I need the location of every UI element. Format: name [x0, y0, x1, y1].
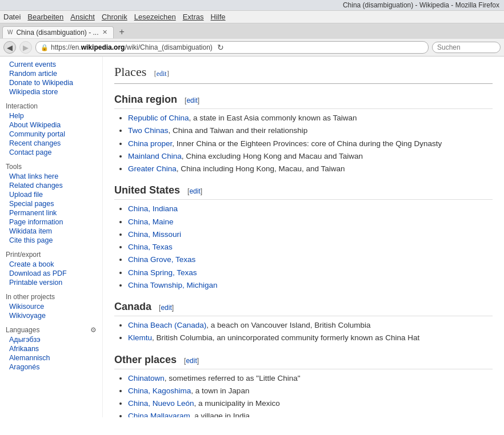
china-grove-texas-link[interactable]: China Grove, Texas — [128, 255, 195, 264]
sidebar-wikidata[interactable]: Wikidata item — [0, 227, 102, 236]
section-us-title: United States [edit] — [114, 183, 493, 200]
sidebar-current-events[interactable]: Current events — [0, 60, 102, 69]
sidebar-permanent[interactable]: Permanent link — [0, 208, 102, 218]
list-item: China, Texas — [128, 241, 493, 253]
sidebar-contact[interactable]: Contact page — [0, 148, 102, 157]
gear-icon[interactable]: ⚙ — [90, 326, 97, 334]
list-item: Two Chinas, China and Taiwan and their r… — [128, 125, 493, 136]
section2-edit-link[interactable]: edit — [189, 187, 200, 195]
sidebar-download-pdf[interactable]: Download as PDF — [0, 269, 102, 278]
content-area: Places [edit] China region [edit] Republ… — [103, 57, 504, 417]
section1-edit: [edit] — [185, 96, 199, 104]
url-text: https://en.wikipedia.org/wiki/China_(dis… — [51, 43, 213, 51]
china-kagoshima-link[interactable]: China, Kagoshima — [128, 386, 191, 395]
china-texas-link[interactable]: China, Texas — [128, 243, 173, 251]
list-item: China, Missouri — [128, 229, 493, 240]
url-bar[interactable]: 🔒 https://en.wikipedia.org/wiki/China_(d… — [35, 41, 429, 54]
languages-label: Languages — [6, 326, 39, 334]
section3-edit: [edit] — [159, 304, 174, 312]
republic-of-china-link[interactable]: Republic of China — [128, 114, 189, 122]
sidebar-lang-adyghe[interactable]: Адыгэбзэ — [0, 335, 102, 344]
list-item: China, Maine — [128, 216, 493, 228]
page-title-edit-link[interactable]: edit — [157, 70, 167, 78]
languages-section: Languages ⚙ — [0, 324, 102, 335]
tools-header: Tools — [0, 160, 102, 172]
page-title-edit: [edit] — [154, 70, 169, 78]
china-nuevo-leon-link[interactable]: China, Nuevo León — [128, 399, 194, 408]
main-layout: Current events Random article Donate to … — [0, 57, 504, 417]
sidebar-lang-aragones[interactable]: Aragonés — [0, 362, 102, 372]
menu-bar: Datei Bearbeiten Ansicht Chronik Lesezei… — [0, 11, 504, 23]
list-item: China Mallavaram, a village in India — [128, 410, 493, 417]
list-item: Mainland China, China excluding Hong Kon… — [128, 151, 493, 162]
sidebar-lang-alemannisch[interactable]: Alemannisch — [0, 353, 102, 362]
menu-chronik[interactable]: Chronik — [102, 13, 127, 21]
window-title: China (disambiguation) - Wikipedia - Moz… — [343, 1, 499, 9]
refresh-button[interactable]: ↻ — [217, 43, 224, 52]
search-input[interactable] — [432, 42, 501, 53]
list-item: China, Nuevo León, a municipality in Mex… — [128, 398, 493, 409]
menu-hilfe[interactable]: Hilfe — [211, 13, 226, 21]
list-item: Greater China, China including Hong Kong… — [128, 163, 493, 175]
canada-list: China Beach (Canada), a beach on Vancouv… — [114, 320, 493, 344]
active-tab[interactable]: W China (disambiguation) - ... ✕ — [2, 26, 114, 38]
title-bar: China (disambiguation) - Wikipedia - Moz… — [0, 0, 504, 11]
china-missouri-link[interactable]: China, Missouri — [128, 230, 181, 239]
china-spring-texas-link[interactable]: China Spring, Texas — [128, 268, 197, 277]
sidebar-wikisource[interactable]: Wikisource — [0, 302, 102, 311]
section4-edit-link[interactable]: edit — [186, 357, 197, 365]
menu-bearbeiten[interactable]: Bearbeiten — [27, 13, 63, 21]
sidebar-community[interactable]: Community portal — [0, 130, 102, 139]
two-chinas-link[interactable]: Two Chinas — [128, 126, 169, 135]
china-proper-link[interactable]: China proper — [128, 139, 172, 148]
sidebar-special[interactable]: Special pages — [0, 199, 102, 208]
address-bar: ◀ ▶ 🔒 https://en.wikipedia.org/wiki/Chin… — [0, 39, 504, 57]
section3-edit-link[interactable]: edit — [161, 304, 171, 312]
china-township-michigan-link[interactable]: China Township, Michigan — [128, 281, 218, 289]
sidebar-page-info[interactable]: Page information — [0, 218, 102, 227]
sidebar-wikivoyage[interactable]: Wikivoyage — [0, 311, 102, 320]
sidebar-recent[interactable]: Recent changes — [0, 139, 102, 148]
sidebar-about[interactable]: About Wikipedia — [0, 120, 102, 130]
china-region-list: Republic of China, a state in East Asia … — [114, 112, 493, 175]
list-item: China proper, Inner China or the Eightee… — [128, 138, 493, 150]
sidebar-what-links[interactable]: What links here — [0, 172, 102, 181]
list-item: China Spring, Texas — [128, 267, 493, 279]
section-canada-title: Canada [edit] — [114, 299, 493, 316]
section2-edit: [edit] — [187, 187, 202, 195]
sidebar-wikipedia-store[interactable]: Wikipedia store — [0, 87, 102, 96]
tab-wikipedia-icon: W — [7, 29, 13, 35]
tab-bar: W China (disambiguation) - ... ✕ + — [0, 23, 504, 39]
forward-button[interactable]: ▶ — [19, 41, 32, 54]
mainland-china-link[interactable]: Mainland China — [128, 152, 182, 160]
greater-china-link[interactable]: Greater China — [128, 164, 177, 173]
china-maine-link[interactable]: China, Maine — [128, 218, 174, 226]
sidebar-random-article[interactable]: Random article — [0, 69, 102, 78]
new-tab-button[interactable]: + — [115, 25, 129, 39]
sidebar-cite[interactable]: Cite this page — [0, 236, 102, 245]
china-beach-canada-link[interactable]: China Beach (Canada) — [128, 321, 206, 329]
sidebar-lang-afrikaans[interactable]: Afrikaans — [0, 344, 102, 353]
sidebar-help[interactable]: Help — [0, 111, 102, 120]
list-item: Chinatown, sometimes referred to as "Lit… — [128, 373, 493, 384]
sidebar-upload[interactable]: Upload file — [0, 190, 102, 199]
back-button[interactable]: ◀ — [3, 41, 16, 54]
sidebar-related[interactable]: Related changes — [0, 181, 102, 190]
interaction-header: Interaction — [0, 100, 102, 111]
menu-extras[interactable]: Extras — [183, 13, 204, 21]
klemtu-link[interactable]: Klemtu — [128, 333, 152, 342]
sidebar-create-book[interactable]: Create a book — [0, 260, 102, 269]
menu-datei[interactable]: Datei — [3, 13, 21, 21]
sidebar-donate[interactable]: Donate to Wikipedia — [0, 78, 102, 87]
menu-lesezeichen[interactable]: Lesezeichen — [134, 13, 176, 21]
section4-edit: [edit] — [184, 357, 199, 365]
section1-edit-link[interactable]: edit — [186, 96, 197, 104]
menu-ansicht[interactable]: Ansicht — [70, 13, 95, 21]
list-item: China Grove, Texas — [128, 254, 493, 265]
china-indiana-link[interactable]: China, Indiana — [128, 204, 178, 213]
tab-close-button[interactable]: ✕ — [102, 29, 107, 36]
chinatown-link[interactable]: Chinatown — [128, 374, 165, 382]
sidebar-printable[interactable]: Printable version — [0, 278, 102, 287]
other-projects-header: In other projects — [0, 291, 102, 302]
china-mallavaram-link[interactable]: China Mallavaram — [128, 412, 190, 417]
